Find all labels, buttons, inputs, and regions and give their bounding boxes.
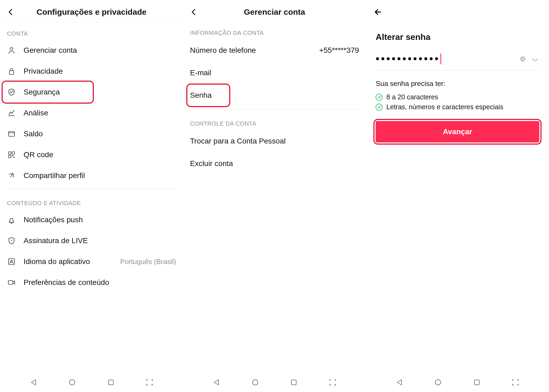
section-header-conteudo: CONTEÚDO E ATIVIDADE [0,192,183,209]
live-shield-icon [7,236,16,245]
row-trocar-conta[interactable]: Trocar para a Conta Pessoal [183,130,366,152]
requirements-title: Sua senha precisa ter: [376,70,539,92]
section-header-info: INFORMAÇÃO DA CONTA [183,21,366,39]
shield-icon [7,88,16,97]
nav-home[interactable] [67,377,77,388]
video-icon [7,278,16,287]
section-header-conta: CONTA [0,22,183,40]
row-idioma[interactable]: Idioma do aplicativo Português (Brasil) [0,251,183,272]
nav-home[interactable] [433,377,443,388]
row-label: Segurança [24,88,176,96]
row-analise[interactable]: Análise [0,103,183,123]
row-label: Análise [24,109,176,117]
arrow-left-icon [373,7,383,17]
requirement-item: 8 a 20 caracteres [376,92,539,102]
android-navbar [0,374,183,390]
language-icon [7,257,16,266]
screen-settings: Configurações e privacidade CONTA Gerenc… [0,0,183,392]
nav-recent[interactable] [472,377,482,388]
row-assinatura-live[interactable]: Assinatura de LIVE [0,230,183,251]
requirement-item: Letras, números e caracteres especiais [376,102,539,112]
requirement-text: Letras, números e caracteres especiais [386,103,503,111]
qr-icon [7,150,16,159]
row-label: Idioma do aplicativo [24,257,113,266]
nav-back[interactable] [394,377,405,388]
back-button[interactable] [373,7,384,17]
row-label: Saldo [24,130,176,138]
show-password-button[interactable] [531,55,539,63]
eye-closed-icon [531,55,539,63]
password-mask: •••••••••••• [376,53,515,65]
back-button[interactable] [5,7,16,17]
page-title: Configurações e privacidade [36,7,146,17]
check-icon [376,94,383,101]
row-value: +55*****379 [319,46,359,55]
row-value: Português (Brasil) [120,258,176,266]
password-value: •••••••••••• [376,53,440,65]
row-gerenciar-conta[interactable]: Gerenciar conta [0,40,183,61]
row-label: Privacidade [24,67,176,76]
text-cursor [440,54,441,64]
row-privacidade[interactable]: Privacidade [0,61,183,82]
row-compartilhar-perfil[interactable]: Compartilhar perfil [0,165,183,186]
page-title: Gerenciar conta [244,7,305,17]
nav-back[interactable] [28,377,39,388]
nav-recent[interactable] [106,377,116,388]
row-seguranca[interactable]: Segurança [0,82,183,103]
row-label: Compartilhar perfil [24,171,176,180]
row-saldo[interactable]: Saldo [0,123,183,144]
screen-change-password: Alterar senha •••••••••••• Sua senha pre… [366,0,549,392]
person-icon [7,46,16,55]
back-button[interactable] [188,7,199,17]
row-senha[interactable]: Senha [183,84,366,107]
header: Gerenciar conta [183,3,366,21]
row-label: E-mail [190,69,211,77]
section-header-controle: CONTROLE DA CONTA [183,112,366,130]
row-label: Gerenciar conta [24,46,176,55]
primary-button-wrap: Avançar [376,121,539,142]
page-title: Alterar senha [376,21,539,53]
row-excluir-conta[interactable]: Excluir conta [183,152,366,175]
nav-screenshot[interactable] [327,377,338,388]
android-navbar [366,374,549,390]
check-icon [376,104,383,111]
row-preferencias-conteudo[interactable]: Preferências de conteúdo [0,272,183,293]
wallet-icon [7,129,16,138]
requirement-text: 8 a 20 caracteres [386,93,438,101]
row-label: QR code [24,150,176,159]
row-label: Notificações push [24,216,176,224]
share-icon [7,171,16,180]
clear-input-button[interactable] [518,55,527,63]
android-navbar [183,374,366,390]
row-telefone[interactable]: Número de telefone +55*****379 [183,39,366,62]
row-label: Assinatura de LIVE [24,236,176,245]
row-label: Número de telefone [190,46,256,55]
header [366,3,549,21]
row-notificacoes-push[interactable]: Notificações push [0,209,183,230]
row-label: Trocar para a Conta Pessoal [190,137,286,145]
chart-icon [7,108,16,118]
row-email[interactable]: E-mail [183,62,366,84]
screen-manage-account: Gerenciar conta INFORMAÇÃO DA CONTA Núme… [183,0,366,392]
clear-icon [519,55,526,63]
bell-icon [7,215,16,224]
lock-icon [7,67,16,76]
chevron-left-icon [6,8,15,16]
avancar-button[interactable]: Avançar [376,121,539,142]
nav-screenshot[interactable] [510,377,521,388]
row-label: Excluir conta [190,159,233,168]
row-label: Senha [190,91,212,100]
chevron-left-icon [190,8,198,16]
row-label: Preferências de conteúdo [24,278,176,287]
row-qr-code[interactable]: QR code [0,144,183,165]
header: Configurações e privacidade [0,3,183,21]
nav-recent[interactable] [288,377,299,388]
password-field[interactable]: •••••••••••• [376,53,539,70]
nav-back[interactable] [211,377,222,388]
divider [7,189,176,189]
nav-screenshot[interactable] [144,377,155,388]
divider [190,109,359,110]
nav-home[interactable] [250,377,261,388]
